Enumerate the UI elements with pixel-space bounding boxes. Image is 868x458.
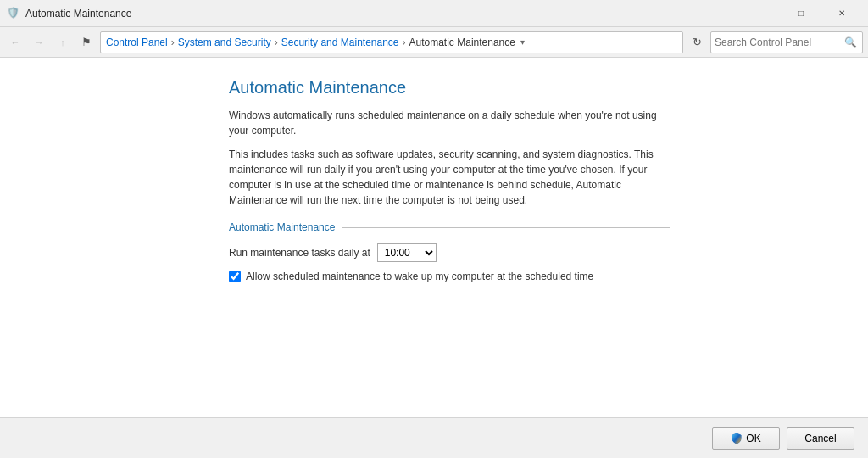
refresh-button[interactable]: ↻	[687, 32, 707, 53]
window-title: Automatic Maintenance	[25, 8, 131, 20]
section-divider: Automatic Maintenance	[229, 221, 670, 233]
search-input[interactable]	[715, 36, 843, 48]
breadcrumb-control-panel[interactable]: Control Panel	[106, 36, 168, 48]
breadcrumb-dropdown-icon[interactable]: ▾	[520, 37, 525, 47]
page-title: Automatic Maintenance	[229, 78, 834, 98]
search-bar: 🔍	[710, 31, 863, 53]
ok-button[interactable]: OK	[712, 427, 780, 450]
section-line	[342, 227, 670, 228]
title-bar: 🛡️ Automatic Maintenance — □ ✕	[0, 0, 868, 27]
cancel-label: Cancel	[804, 433, 836, 444]
footer: OK Cancel	[0, 417, 868, 458]
breadcrumb-bar: Control Panel › System and Security › Se…	[100, 31, 683, 53]
up-button[interactable]: ↑	[53, 32, 73, 53]
ok-label: OK	[746, 433, 760, 444]
back-button[interactable]: ←	[5, 32, 25, 53]
minimize-button[interactable]: —	[741, 0, 780, 27]
section-label: Automatic Maintenance	[229, 221, 342, 233]
maximize-button[interactable]: □	[782, 0, 821, 27]
forward-button[interactable]: →	[29, 32, 49, 53]
form-label: Run maintenance tasks daily at	[229, 247, 370, 259]
nav-bar: ← → ↑ ⚑ Control Panel › System and Secur…	[0, 27, 868, 58]
window-controls: — □ ✕	[741, 0, 861, 27]
time-select[interactable]: 10:00 01:00 02:00 03:00 04:00 05:00 06:0…	[377, 243, 437, 262]
wake-checkbox-label[interactable]: Allow scheduled maintenance to wake up m…	[246, 271, 593, 282]
breadcrumb-current: Automatic Maintenance	[409, 36, 515, 48]
ok-shield-icon	[731, 433, 743, 444]
description-2: This includes tasks such as software upd…	[229, 147, 670, 208]
description-1: Windows automatically runs scheduled mai…	[229, 108, 670, 138]
search-button[interactable]: 🔍	[843, 36, 859, 48]
breadcrumb-security-maintenance[interactable]: Security and Maintenance	[281, 36, 399, 48]
home-button[interactable]: ⚑	[76, 32, 97, 53]
main-content: Automatic Maintenance Windows automatica…	[0, 58, 868, 417]
checkbox-row: Allow scheduled maintenance to wake up m…	[229, 271, 834, 282]
breadcrumb-system-security[interactable]: System and Security	[178, 36, 271, 48]
time-form-row: Run maintenance tasks daily at 10:00 01:…	[229, 243, 834, 262]
close-button[interactable]: ✕	[822, 0, 861, 27]
cancel-button[interactable]: Cancel	[787, 427, 854, 450]
window-icon: 🛡️	[7, 7, 20, 20]
wake-checkbox[interactable]	[229, 271, 241, 282]
